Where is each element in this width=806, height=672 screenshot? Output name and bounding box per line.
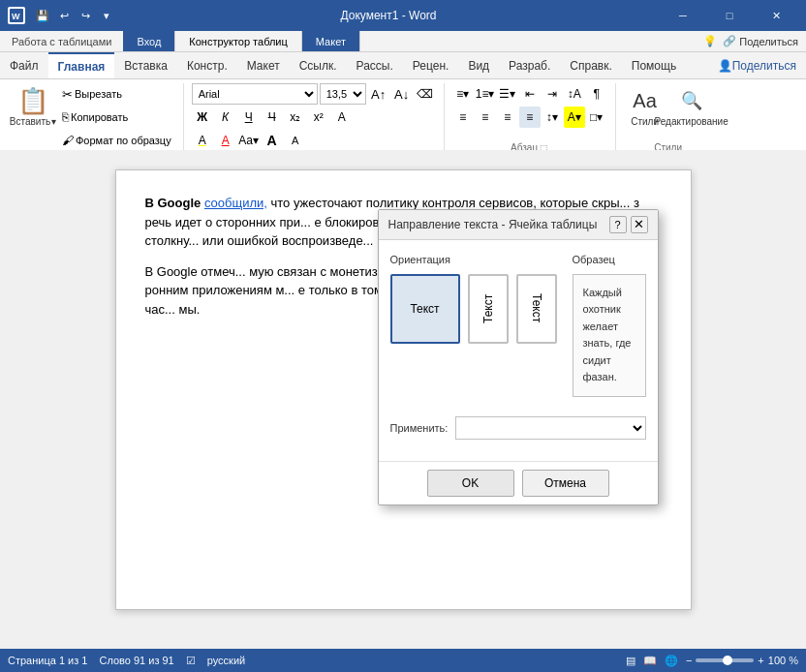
increase-indent-btn[interactable]: ⇥ bbox=[542, 83, 563, 105]
numbered-list-btn[interactable]: 1≡▾ bbox=[475, 83, 496, 105]
orientation-horizontal-btn[interactable]: Текст bbox=[390, 274, 460, 344]
font-color-btn[interactable]: A bbox=[215, 130, 236, 151]
tab-vstavka[interactable]: Вставка bbox=[114, 52, 177, 78]
font-controls: Arial 13,5 A↑ A↓ ⌫ Ж К Ч Ч x₂ bbox=[192, 83, 436, 151]
zoom-slider[interactable] bbox=[696, 658, 754, 662]
apply-select[interactable] bbox=[455, 416, 645, 440]
show-marks-btn[interactable]: ¶ bbox=[586, 83, 607, 105]
bullet-list-btn[interactable]: ≡▾ bbox=[452, 83, 474, 105]
tab-recenziya[interactable]: Рецен. bbox=[403, 52, 459, 78]
italic-btn[interactable]: К bbox=[215, 107, 236, 128]
maximize-btn[interactable]: □ bbox=[707, 0, 752, 31]
highlight-btn[interactable]: A bbox=[192, 130, 213, 151]
sort-btn[interactable]: ↕A bbox=[564, 83, 585, 105]
clear-format-btn[interactable]: ⌫ bbox=[415, 83, 436, 105]
editing-btn[interactable]: 🔍 Редактирование bbox=[670, 83, 713, 129]
orientation-vertical-left-btn[interactable]: Текст bbox=[468, 274, 509, 344]
border-btn[interactable]: □▾ bbox=[586, 107, 607, 128]
tab-spravka[interactable]: Справк. bbox=[560, 52, 621, 78]
tab-vid[interactable]: Вид bbox=[458, 52, 499, 78]
para-controls: ≡▾ 1≡▾ ☰▾ ⇤ ⇥ ↕A ¶ ≡ ≡ ≡ ≡ ↕▾ A▾ bbox=[452, 83, 607, 128]
font-size-up-btn[interactable]: A bbox=[262, 130, 283, 151]
tab-konstruktor[interactable]: Констр. bbox=[177, 52, 237, 78]
share-label[interactable]: Поделиться bbox=[739, 36, 798, 47]
zoom-level[interactable]: 100 % bbox=[768, 655, 798, 666]
zoom-in-btn[interactable]: + bbox=[758, 655, 763, 666]
save-quick-btn[interactable]: 💾 bbox=[33, 6, 52, 25]
orientation-label: Ориентация bbox=[390, 252, 557, 268]
bold-btn[interactable]: Ж bbox=[192, 107, 213, 128]
minimize-btn[interactable]: ─ bbox=[661, 0, 705, 31]
tab-pomoshch[interactable]: Помощь bbox=[622, 52, 686, 78]
vertical-left-text: Текст bbox=[474, 280, 503, 338]
paste-btn[interactable]: 📋 Вставить▾ bbox=[12, 83, 54, 129]
view-normal-btn[interactable]: ▤ bbox=[626, 655, 636, 667]
multilevel-list-btn[interactable]: ☰▾ bbox=[497, 83, 518, 105]
view-read-btn[interactable]: 📖 bbox=[643, 655, 657, 667]
tab-ssylki[interactable]: Ссылк. bbox=[290, 52, 347, 78]
tab-rassylki[interactable]: Рассы. bbox=[347, 52, 403, 78]
clipboard-actions: ✂ Вырезать ⎘ Копировать 🖌 Формат по обра… bbox=[58, 83, 175, 151]
cancel-btn[interactable]: Отмена bbox=[522, 470, 609, 497]
align-right-btn[interactable]: ≡ bbox=[497, 107, 518, 128]
share-btn-toolbar[interactable]: 🔗 bbox=[720, 32, 739, 51]
dialog-help-btn[interactable]: ? bbox=[609, 216, 627, 233]
font-size-select[interactable]: 13,5 bbox=[320, 83, 366, 105]
lang-status[interactable]: русский bbox=[207, 655, 245, 666]
document-area: В Google сообщили, что ужесточают полити… bbox=[0, 150, 806, 629]
zoom-thumb bbox=[723, 656, 732, 665]
cut-btn[interactable]: ✂ Вырезать bbox=[58, 83, 175, 105]
words-status[interactable]: Слово 91 из 91 bbox=[99, 655, 173, 666]
tab-maket[interactable]: Макет bbox=[237, 52, 290, 78]
window-title: Документ1 - Word bbox=[116, 9, 661, 22]
editing-icon: 🔍 bbox=[676, 85, 707, 116]
sample-section: Образец Каждый охотник желает знать, где… bbox=[573, 252, 646, 397]
subscript-btn[interactable]: x₂ bbox=[285, 107, 306, 128]
text-effects-btn[interactable]: A bbox=[331, 107, 353, 128]
underline-btn[interactable]: Ч bbox=[238, 107, 260, 128]
align-left-btn[interactable]: ≡ bbox=[452, 107, 474, 128]
text-direction-dialog: Направление текста - Ячейка таблицы ? ✕ … bbox=[378, 209, 659, 505]
justify-btn[interactable]: ≡ bbox=[519, 107, 541, 128]
para-row-2: ≡ ≡ ≡ ≡ ↕▾ A▾ □▾ bbox=[452, 107, 607, 128]
document-page: В Google сообщили, что ужесточают полити… bbox=[115, 169, 692, 610]
copy-btn[interactable]: ⎘ Копировать bbox=[58, 107, 175, 128]
tab-vhod[interactable]: Вход bbox=[123, 31, 175, 51]
lightbulb-btn[interactable]: 💡 bbox=[700, 32, 720, 51]
undo-btn[interactable]: ↩ bbox=[54, 6, 74, 25]
tab-share[interactable]: 👤 Поделиться bbox=[708, 52, 806, 78]
dialog-footer: OK Отмена bbox=[379, 461, 658, 504]
quick-access-toolbar: 💾 ↩ ↪ ▾ bbox=[33, 6, 116, 25]
orientation-section: Ориентация Текст Те bbox=[390, 252, 557, 397]
tab-razrab[interactable]: Разраб. bbox=[499, 52, 560, 78]
title-bar: W 💾 ↩ ↪ ▾ Документ1 - Word ─ □ ✕ bbox=[0, 0, 806, 31]
format-copy-btn[interactable]: 🖌 Формат по образцу bbox=[58, 130, 175, 151]
ok-btn[interactable]: OK bbox=[427, 470, 514, 497]
customize-quick-btn[interactable]: ▾ bbox=[97, 6, 116, 25]
zoom-out-btn[interactable]: − bbox=[686, 655, 692, 666]
view-web-btn[interactable]: 🌐 bbox=[665, 655, 678, 667]
dialog-close-btn[interactable]: ✕ bbox=[631, 216, 648, 233]
dialog-overlay: Направление текста - Ячейка таблицы ? ✕ … bbox=[116, 170, 691, 609]
page-status[interactable]: Страница 1 из 1 bbox=[8, 655, 87, 666]
font-family-select[interactable]: Arial bbox=[192, 83, 318, 105]
tab-file[interactable]: Файл bbox=[0, 52, 48, 78]
line-spacing-btn[interactable]: ↕▾ bbox=[542, 107, 563, 128]
redo-btn[interactable]: ↪ bbox=[76, 6, 95, 25]
font-size-down-btn[interactable]: A bbox=[285, 130, 306, 151]
superscript-btn[interactable]: x² bbox=[308, 107, 329, 128]
close-btn[interactable]: ✕ bbox=[754, 0, 798, 31]
decrease-indent-btn[interactable]: ⇤ bbox=[519, 83, 541, 105]
font-content: Arial 13,5 A↑ A↓ ⌫ Ж К Ч Ч x₂ bbox=[192, 83, 436, 151]
increase-font-btn[interactable]: A↓ bbox=[391, 83, 413, 105]
table-tools-bar: Работа с таблицами Вход Конструктор табл… bbox=[0, 31, 806, 52]
case-btn[interactable]: Aa▾ bbox=[238, 130, 260, 151]
shading-btn[interactable]: A▾ bbox=[564, 107, 585, 128]
strikethrough-btn[interactable]: Ч bbox=[262, 107, 283, 128]
tab-glavnaya[interactable]: Главная bbox=[48, 52, 115, 78]
align-center-btn[interactable]: ≡ bbox=[475, 107, 496, 128]
tab-maket-table[interactable]: Макет bbox=[302, 31, 360, 51]
tab-konstruktor-table[interactable]: Конструктор таблиц bbox=[175, 31, 301, 51]
decrease-font-btn[interactable]: A↑ bbox=[368, 83, 389, 105]
orientation-vertical-right-btn[interactable]: Текст bbox=[516, 274, 557, 344]
